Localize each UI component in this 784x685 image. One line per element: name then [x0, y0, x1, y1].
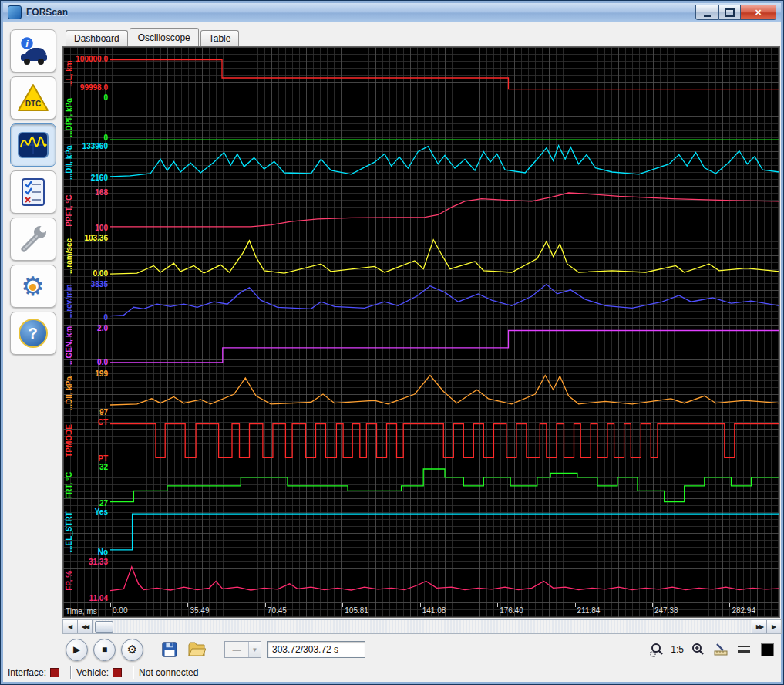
- oscilloscope-plot[interactable]: ...L, km100000.099998.0...DPF, kPa00...D…: [62, 46, 780, 618]
- gear-icon: ⚙: [21, 273, 44, 299]
- trace-channel-4: [110, 240, 779, 274]
- ruler-pencil-icon: [714, 643, 728, 657]
- line-width-icon: [737, 644, 751, 655]
- interface-label: Interface:: [8, 667, 46, 678]
- sidebar: i DTC: [5, 25, 61, 661]
- oscilloscope-toolbar: ▶ ■ ⚙ — ▼ 303.72/303.72 s: [62, 636, 780, 663]
- trace-channel-8: [110, 424, 779, 458]
- stop-icon: ■: [102, 644, 107, 655]
- double-right-arrow-icon: ▶▶: [756, 623, 762, 630]
- open-button[interactable]: [186, 639, 207, 660]
- tests-button[interactable]: [10, 170, 56, 214]
- play-button[interactable]: ▶: [66, 639, 88, 661]
- connection-status-text: Not connected: [139, 667, 198, 678]
- save-button[interactable]: [159, 639, 180, 660]
- line-width-button[interactable]: [735, 640, 753, 659]
- channel-max-value: CT: [68, 418, 108, 427]
- channel-max-value: 103.36: [68, 234, 108, 242]
- channel-max-value: 2.0: [68, 324, 108, 332]
- interface-status-led: [50, 668, 59, 677]
- horizontal-scrollbar[interactable]: ◀ ◀◀ ▶▶ ▶: [62, 619, 782, 634]
- x-tick-label: 247.38: [652, 606, 678, 615]
- service-button[interactable]: [10, 218, 56, 261]
- svg-text:i: i: [25, 38, 29, 49]
- double-left-arrow-icon: ◀◀: [82, 623, 88, 630]
- open-folder-icon: [187, 641, 206, 658]
- svg-text:DTC: DTC: [25, 100, 41, 108]
- speed-combobox[interactable]: — ▼: [224, 641, 261, 658]
- scrollbar-track[interactable]: [113, 620, 752, 633]
- stop-button[interactable]: ■: [93, 639, 116, 661]
- minimize-icon: [704, 15, 711, 17]
- x-tick-label: 176.40: [497, 606, 523, 615]
- wrench-icon: [18, 224, 49, 255]
- zoom-region-icon: [650, 643, 665, 657]
- tab-oscilloscope[interactable]: Oscilloscope: [130, 28, 199, 46]
- background-color-button[interactable]: [758, 640, 776, 659]
- help-icon: ?: [19, 319, 48, 348]
- dtc-button[interactable]: DTC: [10, 76, 56, 120]
- help-button[interactable]: ?: [10, 312, 56, 355]
- channel-max-value: 100000.0: [68, 55, 108, 63]
- channel-min-value: 0: [68, 313, 108, 322]
- time-position-display: 303.72/303.72 s: [267, 641, 365, 658]
- channel-max-value: 168: [68, 188, 108, 197]
- window-title: FORScan: [26, 7, 68, 18]
- scroll-far-right-button[interactable]: ▶▶: [752, 620, 766, 633]
- channel-min-value: No: [68, 548, 108, 556]
- close-button[interactable]: ✕: [741, 5, 776, 20]
- title-bar[interactable]: FORScan ✕: [3, 3, 781, 22]
- channel-max-value: 31.33: [68, 558, 108, 566]
- car-info-icon: i: [17, 35, 49, 66]
- measure-button[interactable]: [712, 640, 730, 659]
- trace-channel-0: [110, 60, 779, 89]
- scroll-left-button[interactable]: ◀: [63, 620, 78, 633]
- channel-max-value: 133960: [68, 142, 108, 150]
- x-tick-label: 211.84: [575, 606, 601, 615]
- scrollbar-thumb[interactable]: [95, 621, 113, 633]
- trace-channel-5: [110, 285, 779, 316]
- zoom-ratio-label: 1:5: [671, 644, 684, 655]
- time-axis-label: Time, ms: [66, 607, 97, 616]
- minimize-button[interactable]: [695, 5, 719, 20]
- scroll-far-left-button[interactable]: ◀◀: [78, 620, 93, 633]
- speed-combobox-value: —: [225, 645, 248, 654]
- channel-max-value: 199: [68, 369, 108, 378]
- trace-channel-9: [110, 469, 779, 502]
- trace-channel-2: [110, 146, 779, 177]
- channel-min-value: 2160: [68, 174, 108, 182]
- right-arrow-icon: ▶: [772, 623, 776, 630]
- x-tick-label: 105.81: [342, 606, 368, 615]
- status-bar: Interface: Vehicle: Not connected: [3, 663, 781, 682]
- channel-min-value: 0.0: [68, 358, 108, 366]
- statusbar-separator: [133, 666, 134, 679]
- x-tick-label: 0.00: [110, 606, 127, 615]
- oscilloscope-button[interactable]: [10, 123, 56, 167]
- floppy-disk-icon: [161, 641, 178, 658]
- scroll-right-button[interactable]: ▶: [766, 620, 781, 633]
- left-arrow-icon: ◀: [68, 623, 72, 630]
- statusbar-separator: [70, 666, 72, 679]
- channel-max-value: 32: [68, 463, 108, 471]
- maximize-button[interactable]: [719, 5, 741, 20]
- vehicle-info-button[interactable]: i: [10, 29, 56, 73]
- black-color-swatch: [761, 643, 774, 656]
- channel-min-value: 100: [68, 224, 108, 232]
- channel-gutter: ...L, km100000.099998.0...DPF, kPa00...D…: [63, 47, 110, 603]
- channel-min-value: 11.04: [68, 594, 108, 602]
- vehicle-status-led: [113, 668, 122, 677]
- channel-max-value: 0: [68, 93, 108, 102]
- record-settings-button[interactable]: ⚙: [121, 639, 143, 661]
- zoom-region-button[interactable]: [648, 640, 666, 659]
- channel-min-value: 27: [68, 499, 108, 508]
- forscan-window: FORScan ✕ i DTC: [0, 0, 784, 685]
- tab-dashboard[interactable]: Dashboard: [66, 30, 128, 46]
- trace-channel-11: [110, 567, 779, 591]
- configuration-button[interactable]: ⚙: [10, 265, 56, 308]
- oscilloscope-icon: [17, 130, 49, 160]
- tab-table[interactable]: Table: [200, 30, 240, 46]
- zoom-in-button[interactable]: [688, 640, 707, 659]
- channel-min-value: 0.00: [68, 269, 108, 278]
- plot-canvas[interactable]: [110, 47, 779, 603]
- zoom-in-icon: [691, 643, 705, 657]
